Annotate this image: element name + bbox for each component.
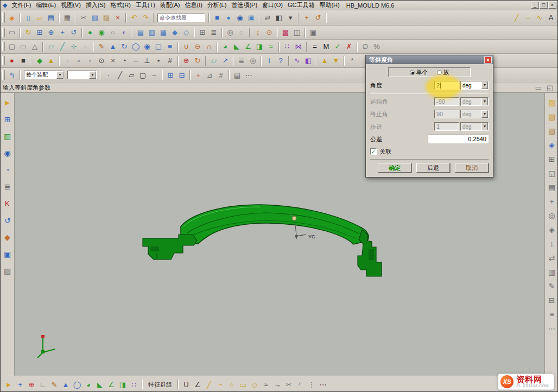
select-all-icon[interactable]: ⊞ bbox=[165, 69, 176, 80]
undo-icon[interactable]: ↶ bbox=[129, 12, 140, 23]
grid-display-icon[interactable]: # bbox=[215, 69, 226, 80]
edge-blend-icon[interactable]: ◕ bbox=[220, 41, 231, 52]
reorder-down-icon[interactable]: ▼ bbox=[331, 55, 341, 66]
hide-object-icon[interactable]: ◌ bbox=[236, 27, 247, 38]
angle-input[interactable]: 2 bbox=[434, 81, 459, 90]
side-view-icon[interactable]: ▦ bbox=[158, 27, 169, 38]
csys-display-icon[interactable]: ⊕ bbox=[26, 379, 37, 390]
tool-12-icon[interactable]: ⇄ bbox=[547, 252, 557, 263]
extrude-quick-icon[interactable]: ▲ bbox=[60, 379, 71, 390]
pattern-feature-icon[interactable]: ∷ bbox=[282, 41, 293, 52]
status-diamond-icon[interactable]: ◆ bbox=[34, 55, 45, 66]
polygon-quick-icon[interactable]: ◇ bbox=[249, 379, 260, 390]
snap-perpendicular-icon[interactable]: ⊥ bbox=[142, 55, 153, 66]
hole-quick-icon[interactable]: ◯ bbox=[72, 379, 83, 390]
more-commands-icon[interactable]: ⋯ bbox=[243, 69, 254, 80]
combo-arrow-icon[interactable]: ▼ bbox=[89, 71, 96, 79]
move-object-icon[interactable]: + bbox=[301, 12, 312, 23]
command-finder-input[interactable]: 命令查找器 bbox=[157, 14, 205, 22]
thicken-icon[interactable]: ≈ bbox=[265, 41, 276, 52]
information-icon[interactable]: i bbox=[264, 55, 275, 66]
layer-settings-icon[interactable]: ≣ bbox=[236, 55, 247, 66]
back-navigation-icon[interactable]: ↰ bbox=[7, 69, 17, 80]
select-solid-icon[interactable]: ▭ bbox=[18, 41, 29, 52]
chamfer-quick-icon[interactable]: ◣ bbox=[94, 379, 105, 390]
feature-group-label[interactable]: 特征群组 bbox=[148, 381, 172, 389]
curve-analysis-icon[interactable]: ∿ bbox=[291, 55, 302, 66]
tool-7-icon[interactable]: ▤ bbox=[547, 182, 557, 193]
view-layer-icon[interactable]: ◎ bbox=[248, 55, 258, 66]
mirror-feature-icon[interactable]: ⋈ bbox=[293, 41, 304, 52]
bookmark-flag-icon[interactable]: ▲ bbox=[46, 55, 56, 66]
display-mode-arrow-icon[interactable]: ▾ bbox=[285, 12, 296, 23]
top-view-icon[interactable]: ▥ bbox=[147, 27, 157, 38]
constraint-navigator-icon[interactable]: ▥ bbox=[2, 131, 13, 142]
menu-item-8[interactable]: 信息(I) bbox=[183, 1, 205, 9]
delete-icon[interactable]: × bbox=[112, 12, 123, 23]
tool-6-icon[interactable]: ◱ bbox=[547, 168, 557, 179]
up-direction-icon[interactable]: U bbox=[181, 379, 192, 390]
assembly-constraints-icon[interactable]: ⊙ bbox=[264, 27, 275, 38]
tool-5-icon[interactable]: ⊞ bbox=[547, 154, 557, 165]
redo-icon[interactable]: ↷ bbox=[140, 12, 151, 23]
line-curve-icon[interactable]: ╱ bbox=[511, 12, 522, 23]
plane-dialog-icon[interactable]: ▱ bbox=[208, 55, 219, 66]
arc-quick-icon[interactable]: ⌢ bbox=[215, 379, 226, 390]
layers-icon[interactable]: ≣ bbox=[208, 27, 219, 38]
snap-intersection-icon[interactable]: × bbox=[107, 55, 118, 66]
dialog-close-icon[interactable]: × bbox=[484, 56, 492, 64]
trimetric-view-icon[interactable]: ◇ bbox=[181, 27, 192, 38]
select-any-icon[interactable]: ▢ bbox=[7, 41, 17, 52]
part-navigator-icon[interactable]: ◉ bbox=[2, 148, 13, 159]
radio-single[interactable]: 单个 bbox=[410, 68, 428, 77]
snap-center-icon[interactable]: ⊙ bbox=[96, 55, 107, 66]
front-view-icon[interactable]: ▤ bbox=[135, 27, 146, 38]
save-file-icon[interactable]: ▤ bbox=[46, 12, 56, 23]
wcs-rotate-icon[interactable]: ↻ bbox=[192, 55, 203, 66]
invert-selection-icon[interactable]: ⊟ bbox=[176, 69, 187, 80]
mold-tool-icon[interactable]: ◈ bbox=[547, 140, 557, 150]
reuse-library-icon[interactable]: ◔ bbox=[2, 165, 13, 175]
open-file-icon[interactable]: ▱ bbox=[34, 12, 45, 23]
revolve-icon[interactable]: ↻ bbox=[119, 41, 130, 52]
snap-options-icon[interactable]: + bbox=[193, 69, 204, 80]
menu-item-4[interactable]: 插入(S) bbox=[84, 1, 108, 9]
datum-csys-icon[interactable]: ⊹ bbox=[68, 41, 79, 52]
wireframe-view-icon[interactable]: ○ bbox=[107, 27, 118, 38]
web-browser-icon[interactable]: K bbox=[2, 198, 13, 209]
menu-item-6[interactable]: 工具(T) bbox=[134, 1, 157, 9]
snapshot-icon[interactable]: ▣ bbox=[308, 27, 319, 38]
move-component-icon[interactable]: ↕ bbox=[252, 27, 263, 38]
system-scenes-icon[interactable]: ◆ bbox=[2, 232, 13, 243]
snap-grid-icon[interactable]: # bbox=[164, 55, 175, 66]
project-quick-icon[interactable]: → bbox=[272, 379, 283, 390]
unite-icon[interactable]: ∪ bbox=[181, 41, 192, 52]
filter-face-icon[interactable]: ▱ bbox=[126, 69, 137, 80]
sketch-icon[interactable]: ✎ bbox=[96, 41, 107, 52]
point-constructor-icon[interactable]: ∙ bbox=[80, 41, 91, 52]
copy-icon[interactable]: ▥ bbox=[90, 12, 100, 23]
draft-quick-icon[interactable]: ∠ bbox=[106, 379, 117, 390]
show-object-icon[interactable]: ◎ bbox=[225, 27, 236, 38]
datum-axis-icon[interactable]: ╱ bbox=[57, 41, 68, 52]
iso-view-icon[interactable]: ◆ bbox=[169, 27, 180, 38]
angle-unit-combo[interactable]: deg ▼ bbox=[460, 81, 489, 90]
selection-filter-combo[interactable]: ▼ bbox=[67, 71, 97, 79]
measure-ruler-icon[interactable]: ⊿ bbox=[204, 69, 215, 80]
dock-prompt-icon[interactable]: ▭ bbox=[533, 83, 544, 93]
offset-quick-icon[interactable]: ≈ bbox=[261, 379, 271, 390]
expression-icon[interactable]: = bbox=[309, 41, 320, 52]
macro-icon[interactable]: M bbox=[321, 41, 332, 52]
deviation-check-icon[interactable]: ✗ bbox=[344, 41, 354, 52]
ortho-mode-icon[interactable]: ∟ bbox=[37, 379, 48, 390]
chamfer-icon[interactable]: ◣ bbox=[231, 41, 242, 52]
tolerance-input[interactable]: 0.2540 bbox=[428, 135, 489, 143]
snap-midpoint-icon[interactable]: ◦ bbox=[85, 55, 96, 66]
print-icon[interactable]: ▦ bbox=[62, 12, 73, 23]
snap-endpoint-icon[interactable]: ▫ bbox=[73, 55, 84, 66]
spline-curve-icon[interactable]: ∿ bbox=[534, 12, 545, 23]
rib-icon[interactable]: ≡ bbox=[164, 41, 175, 52]
edit-background-icon[interactable]: ◫ bbox=[291, 27, 302, 38]
extrude-icon[interactable]: ▲ bbox=[107, 41, 118, 52]
filter-curve-icon[interactable]: ╱ bbox=[115, 69, 125, 80]
